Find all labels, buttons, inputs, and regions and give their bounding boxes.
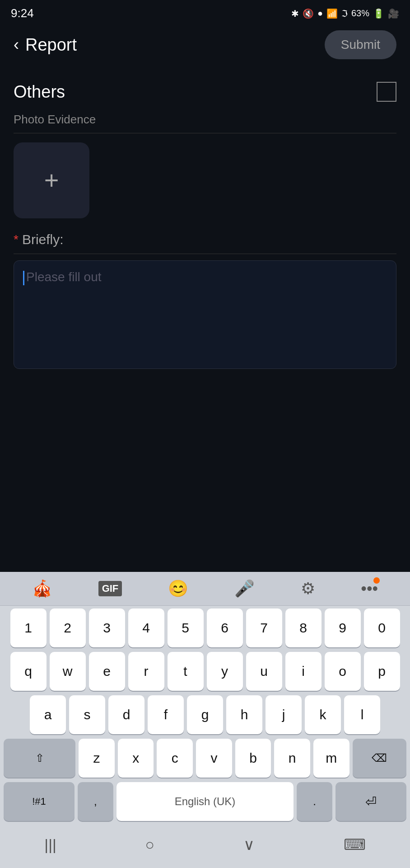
- mic-icon[interactable]: 🎤: [234, 579, 255, 598]
- key-h[interactable]: h: [226, 695, 262, 734]
- keyboard-nav-button[interactable]: ⌨: [335, 832, 375, 857]
- back-button[interactable]: ‹: [14, 37, 19, 53]
- settings-icon[interactable]: ⚙: [301, 579, 315, 598]
- key-q[interactable]: q: [10, 652, 47, 691]
- key-y[interactable]: y: [207, 652, 243, 691]
- key-5[interactable]: 5: [168, 609, 204, 647]
- key-f[interactable]: f: [148, 695, 184, 734]
- status-time: 9:24: [11, 6, 34, 20]
- home-nav-button[interactable]: ○: [136, 832, 164, 857]
- key-a[interactable]: a: [30, 695, 66, 734]
- symbol-key[interactable]: !#1: [4, 782, 75, 821]
- period-key[interactable]: .: [297, 782, 332, 821]
- qwerty-row: q w e r t y u i o p: [4, 652, 406, 691]
- zxcv-row: ⇧ z x c v b n m ⌫: [4, 739, 406, 778]
- key-s[interactable]: s: [69, 695, 105, 734]
- space-key[interactable]: English (UK): [116, 782, 294, 821]
- key-l[interactable]: l: [344, 695, 380, 734]
- key-r[interactable]: r: [128, 652, 164, 691]
- header-left: ‹ Report: [14, 35, 77, 55]
- asdf-row: a s d f g h j k l: [4, 695, 406, 734]
- required-star: *: [14, 232, 19, 247]
- keyboard-section: 🎪 GIF 😊 🎤 ⚙ ••• 1 2 3 4 5 6 7 8 9 0 q w …: [0, 572, 410, 868]
- briefly-row: * Briefly:: [14, 232, 396, 247]
- key-e[interactable]: e: [89, 652, 125, 691]
- key-3[interactable]: 3: [89, 609, 125, 647]
- key-0[interactable]: 0: [364, 609, 400, 647]
- key-g[interactable]: g: [187, 695, 223, 734]
- key-m[interactable]: m: [313, 739, 349, 778]
- wifi-icon: 📶: [326, 8, 338, 19]
- notification-dot: [373, 577, 380, 584]
- key-k[interactable]: k: [305, 695, 341, 734]
- app-header: ‹ Report Submit: [0, 24, 410, 66]
- key-o[interactable]: o: [325, 652, 361, 691]
- video-icon: 🎥: [388, 8, 399, 19]
- photo-evidence-label: Photo Evidence: [14, 113, 396, 133]
- recent-nav-button[interactable]: ∨: [234, 832, 264, 857]
- others-label: Others: [14, 82, 65, 102]
- key-w[interactable]: w: [50, 652, 86, 691]
- key-d[interactable]: d: [108, 695, 144, 734]
- key-v[interactable]: v: [196, 739, 232, 778]
- key-1[interactable]: 1: [10, 609, 47, 647]
- page-title: Report: [25, 35, 77, 55]
- others-row: Others: [14, 75, 396, 113]
- location-icon: ●: [317, 8, 323, 19]
- battery-text: 63%: [351, 8, 369, 19]
- key-i[interactable]: i: [285, 652, 321, 691]
- enter-key[interactable]: ⏎: [335, 782, 406, 821]
- key-n[interactable]: n: [274, 739, 310, 778]
- submit-button[interactable]: Submit: [325, 30, 396, 59]
- key-7[interactable]: 7: [246, 609, 282, 647]
- add-photo-button[interactable]: +: [14, 142, 89, 218]
- status-icons: ✱ 🔇 ● 📶 ℑ 63% 🔋 🎥: [291, 8, 399, 19]
- shift-key[interactable]: ⇧: [4, 739, 75, 778]
- keyboard-toolbar: 🎪 GIF 😊 🎤 ⚙ •••: [0, 572, 410, 606]
- key-6[interactable]: 6: [207, 609, 243, 647]
- key-c[interactable]: c: [157, 739, 193, 778]
- key-j[interactable]: j: [266, 695, 302, 734]
- text-placeholder: Please fill out: [26, 270, 102, 284]
- key-4[interactable]: 4: [128, 609, 164, 647]
- nav-bar: ||| ○ ∨ ⌨: [0, 826, 410, 868]
- bottom-row: !#1 , English (UK) . ⏎: [4, 782, 406, 821]
- briefly-textarea[interactable]: Please fill out: [14, 260, 396, 369]
- key-9[interactable]: 9: [325, 609, 361, 647]
- signal-icon: ℑ: [341, 8, 348, 19]
- key-p[interactable]: p: [364, 652, 400, 691]
- battery-icon: 🔋: [373, 8, 384, 19]
- gif-button[interactable]: GIF: [98, 581, 122, 596]
- number-row: 1 2 3 4 5 6 7 8 9 0: [4, 609, 406, 647]
- sticker-icon[interactable]: 🎪: [32, 579, 52, 598]
- emoji-icon[interactable]: 😊: [168, 579, 188, 598]
- back-nav-button[interactable]: |||: [35, 832, 65, 857]
- others-checkbox[interactable]: [377, 82, 396, 102]
- key-z[interactable]: z: [79, 739, 115, 778]
- keyboard-rows: 1 2 3 4 5 6 7 8 9 0 q w e r t y u i o p …: [0, 606, 410, 821]
- bluetooth-icon: ✱: [291, 8, 299, 19]
- text-cursor: [23, 271, 24, 285]
- briefly-label: Briefly:: [22, 232, 64, 247]
- key-b[interactable]: b: [235, 739, 271, 778]
- key-u[interactable]: u: [246, 652, 282, 691]
- briefly-divider: [14, 254, 396, 254]
- mute-icon: 🔇: [303, 8, 314, 19]
- main-content: Others Photo Evidence + * Briefly: Pleas…: [0, 66, 410, 572]
- key-x[interactable]: x: [118, 739, 154, 778]
- key-t[interactable]: t: [168, 652, 204, 691]
- backspace-key[interactable]: ⌫: [353, 739, 406, 778]
- plus-icon: +: [44, 168, 59, 193]
- key-8[interactable]: 8: [285, 609, 321, 647]
- key-2[interactable]: 2: [50, 609, 86, 647]
- comma-key[interactable]: ,: [78, 782, 113, 821]
- more-icon[interactable]: •••: [361, 579, 378, 598]
- status-bar: 9:24 ✱ 🔇 ● 📶 ℑ 63% 🔋 🎥: [0, 0, 410, 24]
